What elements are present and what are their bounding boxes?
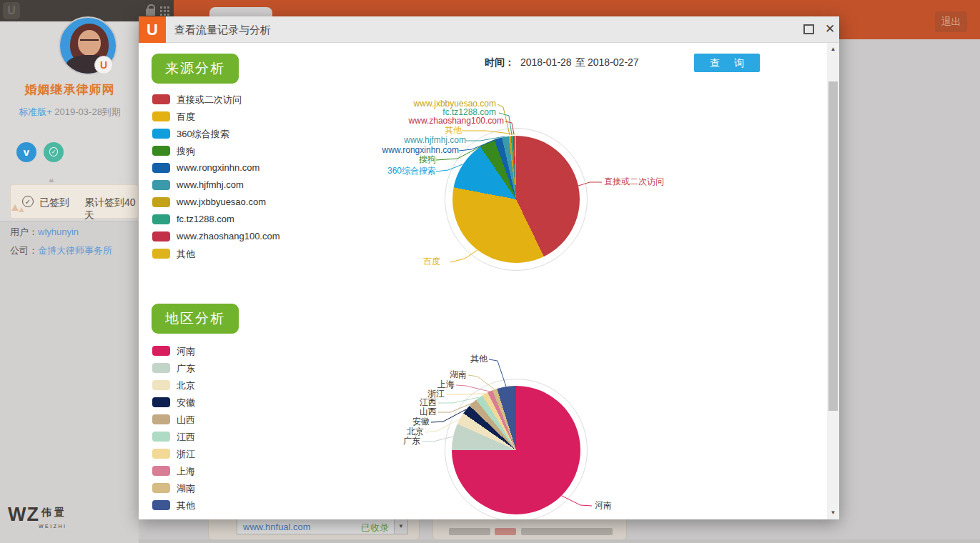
modal-logo-icon: U — [139, 16, 166, 43]
legend-label: fc.tz1288.com — [177, 214, 234, 224]
date-filter-label: 时间： — [485, 56, 515, 69]
tree-decoration — [19, 207, 24, 212]
legend-swatch — [152, 111, 170, 121]
traffic-analysis-modal: U 查看流量记录与分析 ✕ 时间： 2018-01-28 至 2018-02-2… — [139, 16, 839, 519]
scroll-up-icon[interactable]: ▲ — [827, 44, 839, 54]
source-analysis-button[interactable]: 来源分析 — [152, 54, 239, 84]
legend-label: 其他 — [177, 248, 195, 261]
date-from-field[interactable]: 2018-01-28 — [520, 56, 572, 68]
legend-swatch — [152, 363, 170, 373]
region-analysis-button[interactable]: 地区分析 — [152, 304, 239, 334]
legend-swatch — [152, 483, 170, 493]
signin-days: 累计签到40天 — [84, 196, 138, 222]
signin-card[interactable]: ✓ 已签到 累计签到40天 — [10, 184, 139, 219]
obscured-text — [495, 528, 516, 535]
company-label: 公司： — [10, 245, 38, 256]
company-line: 公司：金博大律师事务所 — [10, 244, 112, 257]
tree-decoration — [11, 204, 19, 211]
date-range-separator: 至 — [575, 56, 585, 69]
domain-select-value: www.hnfual.com — [243, 522, 311, 532]
legend-swatch — [152, 414, 170, 424]
legend-label: 河南 — [177, 345, 195, 358]
legend-label: www.rongxinhn.com — [177, 162, 259, 173]
close-icon[interactable]: ✕ — [823, 22, 837, 36]
user-line: 用户：wlyhunyin — [10, 226, 79, 239]
legend-swatch — [152, 449, 170, 459]
modal-scrollbar[interactable]: ▲ ▼ — [827, 43, 839, 519]
pie-label: 直接或二次访问 — [604, 177, 664, 186]
legend-swatch — [152, 146, 170, 156]
scrollbar-thumb[interactable] — [828, 81, 838, 411]
pie-label: 河南 — [595, 501, 612, 510]
logout-button[interactable]: 退出 — [935, 11, 967, 32]
scroll-down-icon[interactable]: ▼ — [827, 508, 839, 518]
legend-swatch — [152, 214, 170, 224]
legend-swatch — [152, 466, 170, 476]
user-label: 用户： — [10, 226, 38, 237]
modal-title: 查看流量记录与分析 — [174, 24, 271, 37]
wz-logo-main: WZ — [8, 504, 39, 526]
legend-label: 江西 — [177, 431, 195, 444]
wz-logo-sub: WEIZHI — [39, 524, 108, 529]
legend-swatch — [152, 432, 170, 442]
apps-grid-icon[interactable] — [160, 6, 162, 9]
lock-icon[interactable] — [146, 9, 155, 16]
legend-swatch — [152, 163, 170, 173]
domain-select[interactable]: www.hnfual.com 已收录 ▼ — [237, 519, 408, 534]
pie-chart-region[interactable] — [452, 386, 580, 514]
maximize-button[interactable] — [803, 24, 814, 34]
screen: U 退出 U 婚姻继承律师网 标准版+ 2019-03-28到期 v ✓ ❛❛ — [0, 0, 980, 543]
background-tab — [209, 7, 272, 17]
pie-label: 安徽 — [412, 417, 430, 427]
wz-logo-cn: 伟置 — [41, 507, 67, 519]
legend-swatch — [152, 94, 170, 104]
legend-label: 山西 — [177, 414, 195, 427]
obscured-text — [521, 528, 613, 535]
user-name-link[interactable]: wlyhunyin — [38, 226, 79, 237]
modal-body: 时间： 2018-01-28 至 2018-02-27 查 询 来源分析 直接或… — [139, 43, 827, 519]
legend-swatch — [152, 380, 170, 390]
company-name-link[interactable]: 金博大律师事务所 — [38, 245, 112, 256]
legend-label: 搜狗 — [177, 145, 195, 158]
shield-badge-icon[interactable]: ✓ — [44, 142, 64, 162]
obscured-text — [449, 528, 490, 535]
legend-swatch — [152, 346, 170, 356]
legend-swatch — [152, 231, 170, 241]
signin-status: 已签到 — [39, 196, 69, 209]
legend-label: 其他 — [177, 499, 195, 512]
legend-label: 直接或二次访问 — [177, 94, 242, 106]
plan-link[interactable]: 标准版+ — [19, 106, 52, 117]
date-to-field[interactable]: 2018-02-27 — [588, 56, 639, 68]
legend-label: 360综合搜索 — [177, 128, 229, 141]
sidebar: U 婚姻继承律师网 标准版+ 2019-03-28到期 v ✓ ❛❛ ✓ 已签到… — [0, 21, 139, 543]
legend-label: www.zhaoshang100.com — [177, 231, 280, 241]
legend-label: 北京 — [177, 379, 195, 392]
pie-label: 搜狗 — [419, 155, 436, 164]
legend-swatch — [152, 197, 170, 207]
site-name: 婚姻继承律师网 — [4, 81, 136, 98]
dropdown-arrow-icon[interactable]: ▼ — [394, 519, 407, 534]
modal-header: U 查看流量记录与分析 ✕ — [139, 16, 839, 43]
avatar-brand-badge-icon: U — [94, 56, 113, 74]
plan-expiry: 2019-03-28到期 — [54, 106, 121, 117]
legend-swatch — [152, 397, 170, 407]
v-badge-icon[interactable]: v — [16, 142, 36, 162]
legend-label: 上海 — [177, 465, 195, 478]
shield-check-icon: ✓ — [49, 147, 58, 156]
legend-swatch — [152, 500, 170, 510]
legend-swatch — [152, 129, 170, 139]
wz-logo: WZ伟置 WEIZHI — [8, 504, 108, 529]
plan-line: 标准版+ 2019-03-28到期 — [4, 106, 136, 119]
legend-label: www.jxbbyuesao.com — [177, 196, 266, 207]
legend-label: 百度 — [177, 111, 195, 124]
legend-label: 广东 — [177, 362, 195, 375]
pie-chart-source[interactable] — [452, 136, 580, 263]
profile-card: U 婚姻继承律师网 标准版+ 2019-03-28到期 v ✓ ❛❛ ✓ 已签到… — [0, 21, 139, 221]
legend-swatch — [152, 249, 170, 259]
signin-check-icon: ✓ — [22, 196, 34, 207]
pie-label: 360综合搜索 — [387, 166, 436, 176]
app-logo-icon: U — [3, 2, 20, 19]
query-button[interactable]: 查 询 — [694, 54, 760, 72]
pie-label: 其他 — [445, 126, 462, 135]
page-bottom-strip — [139, 539, 980, 543]
